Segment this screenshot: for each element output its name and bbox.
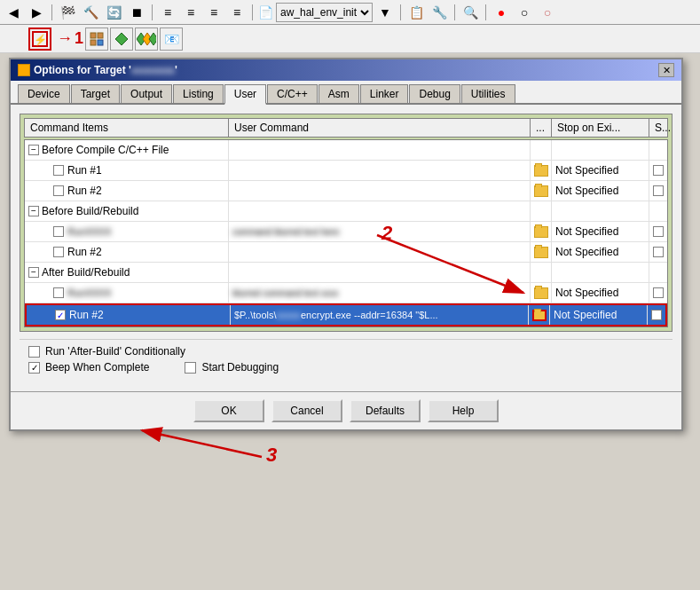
stop-button[interactable]: ⏹ bbox=[127, 3, 146, 22]
build-run1-cmd[interactable]: command blurred text here: bbox=[229, 222, 531, 241]
tab-cpp[interactable]: C/C++ bbox=[267, 84, 318, 103]
circle-btn3[interactable]: ○ bbox=[538, 3, 557, 22]
header-stop-on-exit: Stop on Exi... bbox=[552, 119, 649, 137]
expand-icon-after-build[interactable]: − bbox=[28, 267, 39, 278]
compile-run2-s-check[interactable] bbox=[653, 185, 664, 196]
row-compile-run2[interactable]: Run #2 Not Specified bbox=[25, 181, 667, 201]
list-button3[interactable]: ≡ bbox=[204, 3, 224, 22]
tab-target[interactable]: Target bbox=[71, 84, 120, 103]
compile-run1-s-check[interactable] bbox=[653, 165, 664, 176]
close-button[interactable]: ✕ bbox=[658, 63, 674, 77]
build-run1-checkbox[interactable] bbox=[53, 226, 64, 237]
build-run2-dots[interactable] bbox=[531, 242, 552, 262]
grid-icon bbox=[90, 32, 104, 46]
compile-run2-s[interactable] bbox=[649, 181, 667, 201]
expand-icon-build[interactable]: − bbox=[28, 206, 39, 216]
defaults-button[interactable]: Defaults bbox=[350, 399, 421, 422]
section-after-build-label: − After Build/Rebuild bbox=[25, 263, 229, 282]
start-debugging-checkbox[interactable] bbox=[185, 362, 196, 374]
run-special-button[interactable]: ⚡ bbox=[28, 28, 51, 51]
target-dropdown[interactable]: aw_hal_env_init bbox=[276, 3, 373, 22]
bottom-options: Run 'After-Build' Conditionally Beep Whe… bbox=[20, 339, 672, 382]
folder-icon-3[interactable] bbox=[534, 226, 548, 238]
after-run2-s-check[interactable] bbox=[651, 310, 662, 320]
toolbar-row1: ◀ ▶ 🏁 🔨 🔄 ⏹ ≡ ≡ ≡ ≡ 📄 aw_hal_env_init ▼ … bbox=[0, 0, 700, 25]
folder-icon-4[interactable] bbox=[534, 247, 548, 258]
row-build-run2[interactable]: Run #2 Not Specified bbox=[25, 242, 667, 263]
compile-run2-cmd[interactable] bbox=[229, 181, 531, 201]
tab-linker[interactable]: Linker bbox=[360, 84, 409, 103]
after-run1-s[interactable] bbox=[649, 283, 667, 303]
forward-button[interactable]: ▶ bbox=[27, 3, 46, 22]
compile-run2-checkbox[interactable] bbox=[53, 185, 64, 196]
beep-when-complete-checkbox[interactable] bbox=[28, 362, 40, 374]
list-button1[interactable]: ≡ bbox=[158, 3, 177, 22]
build-run1-dots[interactable] bbox=[531, 222, 552, 241]
cancel-button[interactable]: Cancel bbox=[271, 399, 342, 422]
compile-run2-dots[interactable] bbox=[531, 181, 552, 201]
row-after-run1[interactable]: RunXXXX blurred command text xxxx Not Sp… bbox=[25, 283, 667, 303]
flag-button[interactable]: 🏁 bbox=[58, 3, 77, 22]
compile-run1-checkbox[interactable] bbox=[53, 165, 64, 176]
after-run1-s-check[interactable] bbox=[653, 287, 664, 298]
separator2 bbox=[152, 4, 153, 20]
tools-button[interactable]: 🔧 bbox=[429, 3, 449, 22]
tab-device[interactable]: Device bbox=[18, 84, 70, 103]
build-run2-s[interactable] bbox=[649, 242, 667, 262]
svg-rect-2 bbox=[90, 33, 96, 38]
after-run1-cmd[interactable]: blurred command text xxxx bbox=[229, 283, 531, 303]
tab-user[interactable]: User bbox=[224, 84, 266, 105]
folder-icon-2[interactable] bbox=[534, 185, 548, 197]
multi-diamond-icon-btn[interactable] bbox=[135, 28, 158, 51]
rebuild-button[interactable]: 🔄 bbox=[104, 3, 123, 22]
list-button2[interactable]: ≡ bbox=[181, 3, 201, 22]
grid-icon-btn[interactable] bbox=[85, 28, 108, 51]
help-button[interactable]: Help bbox=[428, 399, 499, 422]
tab-debug[interactable]: Debug bbox=[409, 84, 460, 103]
red-circle[interactable]: ● bbox=[492, 3, 511, 22]
expand-icon-compile[interactable]: − bbox=[28, 145, 39, 155]
compile-run1-dots[interactable] bbox=[531, 161, 552, 180]
tab-asm[interactable]: Asm bbox=[319, 84, 359, 103]
after-run2-label: ✓ Run #2 bbox=[27, 305, 231, 325]
folder-icon-1[interactable] bbox=[534, 165, 548, 177]
section-after-build[interactable]: − After Build/Rebuild bbox=[25, 263, 667, 283]
after-run2-s[interactable] bbox=[648, 305, 665, 325]
section-before-build[interactable]: − Before Build/Rebuild bbox=[25, 201, 667, 222]
diamond-icon-btn[interactable] bbox=[110, 28, 133, 51]
after-run1-checkbox[interactable] bbox=[53, 287, 64, 298]
tab-output[interactable]: Output bbox=[121, 84, 172, 103]
compile-run2-label: Run #2 bbox=[25, 181, 229, 201]
row-compile-run1[interactable]: Run #1 Not Specified bbox=[25, 161, 667, 181]
dropdown-btn[interactable]: ▼ bbox=[375, 3, 395, 22]
build-run2-s-check[interactable] bbox=[653, 247, 664, 257]
ok-button[interactable]: OK bbox=[193, 399, 264, 422]
back-button[interactable]: ◀ bbox=[4, 3, 23, 22]
folder-icon-5[interactable] bbox=[534, 287, 548, 299]
list-button4[interactable]: ≡ bbox=[227, 3, 247, 22]
after-run2-checkbox[interactable]: ✓ bbox=[55, 310, 66, 320]
after-run2-cmd[interactable]: $P..\tools\xxxxxencrypt.exe --addr=16384… bbox=[231, 305, 529, 325]
row-build-run1[interactable]: RunXXXX command blurred text here: Not S… bbox=[25, 222, 667, 242]
compile-run1-cmd[interactable] bbox=[229, 161, 531, 180]
copy-button[interactable]: 📋 bbox=[406, 3, 426, 22]
build-run1-s-check[interactable] bbox=[653, 226, 664, 237]
header-command-items: Command Items bbox=[25, 119, 229, 137]
build-button[interactable]: 🔨 bbox=[81, 3, 100, 22]
run-after-build-checkbox[interactable] bbox=[28, 346, 40, 358]
build-run2-cmd[interactable] bbox=[229, 242, 531, 262]
compile-run1-s[interactable] bbox=[649, 161, 667, 180]
tab-listing[interactable]: Listing bbox=[173, 84, 224, 103]
section-before-compile[interactable]: − Before Compile C/C++ File bbox=[25, 140, 667, 161]
after-run1-dots[interactable] bbox=[531, 283, 552, 303]
mail-icon-btn[interactable]: 📧 bbox=[160, 28, 183, 51]
circle-btn2[interactable]: ○ bbox=[515, 3, 534, 22]
after-run2-dots[interactable] bbox=[529, 305, 550, 325]
tab-utilities[interactable]: Utilities bbox=[461, 84, 515, 103]
build-run2-checkbox[interactable] bbox=[53, 247, 64, 257]
after-run1-label: RunXXXX bbox=[25, 283, 229, 303]
folder-icon-6[interactable] bbox=[532, 310, 547, 321]
build-run1-s[interactable] bbox=[649, 222, 667, 241]
row-after-run2-selected[interactable]: ✓ Run #2 $P..\tools\xxxxxencrypt.exe --a… bbox=[25, 303, 667, 326]
search-button[interactable]: 🔍 bbox=[460, 3, 480, 22]
